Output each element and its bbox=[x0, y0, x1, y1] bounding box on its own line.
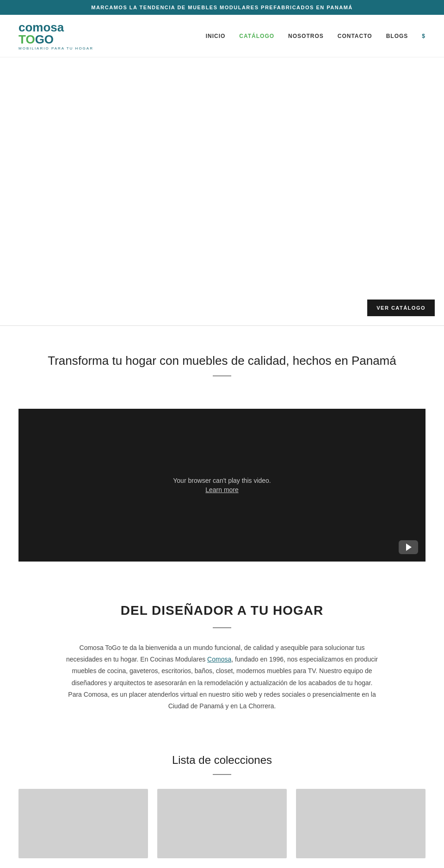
ver-catalogo-button[interactable]: VER CATÁLOGO bbox=[367, 300, 435, 316]
collections-grid bbox=[18, 789, 426, 858]
nav-inicio[interactable]: INICIO bbox=[206, 33, 226, 39]
nav-nosotros[interactable]: NOSOTROS bbox=[288, 33, 324, 39]
logo[interactable]: comosa TOGO MOBILIARIO PARA TU HOGAR bbox=[18, 21, 93, 50]
collection-card-1[interactable] bbox=[18, 789, 148, 858]
video-learn-more-link[interactable]: Learn more bbox=[205, 486, 239, 493]
designer-text-part2: , fundado en 1996, nos especializamos en… bbox=[68, 656, 378, 710]
video-section: Your browser can't play this video. Lear… bbox=[0, 404, 444, 580]
hero-section: VER CATÁLOGO bbox=[0, 57, 444, 326]
logo-subtitle: MOBILIARIO PARA TU HOGAR bbox=[18, 46, 93, 50]
logo-to: TO bbox=[18, 32, 35, 46]
collections-section: Lista de colecciones bbox=[0, 731, 444, 868]
collections-divider bbox=[213, 774, 231, 775]
designer-section: DEL DISEÑADOR A TU HOGAR Comosa ToGo te … bbox=[0, 580, 444, 731]
top-banner: MARCAMOS LA TENDENCIA DE MUEBLES MODULAR… bbox=[0, 0, 444, 15]
nav-dollar[interactable]: $ bbox=[422, 33, 426, 39]
banner-text: MARCAMOS LA TENDENCIA DE MUEBLES MODULAR… bbox=[91, 5, 353, 10]
logo-text: comosa TOGO bbox=[18, 21, 64, 45]
nav-contacto[interactable]: CONTACTO bbox=[338, 33, 372, 39]
youtube-play-icon bbox=[406, 543, 412, 551]
header: comosa TOGO MOBILIARIO PARA TU HOGAR INI… bbox=[0, 15, 444, 57]
designer-title: DEL DISEÑADOR A TU HOGAR bbox=[65, 603, 379, 618]
video-container: Your browser can't play this video. Lear… bbox=[18, 409, 426, 562]
nav-catalogo[interactable]: CATÁLOGO bbox=[239, 33, 274, 39]
logo-go: GO bbox=[35, 32, 54, 46]
section-divider bbox=[213, 375, 231, 376]
transform-title: Transforma tu hogar con muebles de calid… bbox=[18, 354, 426, 368]
designer-text: Comosa ToGo te da la bienvenida a un mun… bbox=[65, 642, 379, 712]
comosa-link[interactable]: Comosa bbox=[207, 656, 231, 663]
nav-blogs[interactable]: BLOGS bbox=[386, 33, 408, 39]
designer-divider bbox=[213, 627, 231, 628]
transform-section: Transforma tu hogar con muebles de calid… bbox=[0, 326, 444, 404]
collections-title: Lista de colecciones bbox=[18, 754, 426, 767]
collection-card-2[interactable] bbox=[157, 789, 287, 858]
main-nav: INICIO CATÁLOGO NOSOTROS CONTACTO BLOGS … bbox=[206, 33, 426, 39]
youtube-icon[interactable] bbox=[399, 540, 418, 554]
video-browser-message: Your browser can't play this video. bbox=[173, 477, 271, 484]
collection-card-3[interactable] bbox=[296, 789, 426, 858]
